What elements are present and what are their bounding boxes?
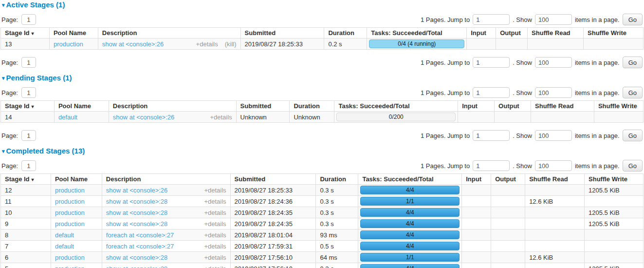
column-header-duration[interactable]: Duration <box>316 174 358 185</box>
pool-name-link[interactable]: production <box>55 220 85 228</box>
details-toggle[interactable]: +details <box>204 209 226 216</box>
pool-name-link[interactable]: production <box>55 187 85 194</box>
column-header-label: Output <box>495 175 516 183</box>
description-link[interactable]: show at <console>:28 <box>106 198 167 205</box>
column-header-shuffle-read[interactable]: Shuffle Read <box>528 28 584 38</box>
items-per-page-input[interactable] <box>535 87 572 98</box>
column-header-shuffle-write[interactable]: Shuffle Write <box>594 101 643 112</box>
column-header-shuffle-read[interactable]: Shuffle Read <box>531 101 594 112</box>
pool-name-link[interactable]: production <box>54 40 83 48</box>
kill-link[interactable]: (kill) <box>225 40 237 48</box>
items-per-page-input[interactable] <box>535 14 572 25</box>
column-header-input[interactable]: Input <box>462 174 491 185</box>
page-number-input[interactable] <box>21 57 36 68</box>
page-number-input[interactable] <box>21 14 36 25</box>
column-header-input[interactable]: Input <box>458 101 495 112</box>
column-header-shuffle-write[interactable]: Shuffle Write <box>585 174 644 185</box>
column-header-tasks-progress[interactable]: Tasks: Succeeded/Total <box>367 28 467 38</box>
items-per-page-input[interactable] <box>535 57 572 68</box>
column-header-description[interactable]: Description <box>109 101 236 112</box>
input-cell <box>462 196 491 207</box>
description-link[interactable]: show at <console>:26 <box>102 40 164 48</box>
column-header-submitted[interactable]: Submitted <box>230 174 316 185</box>
section-header-pending-stages[interactable]: ▾Pending Stages (1) <box>2 74 644 82</box>
go-button[interactable]: Go <box>623 160 643 172</box>
description-content: show at <console>:26+details(kill) <box>102 40 237 48</box>
description-link[interactable]: show at <console>:26 <box>106 187 167 194</box>
description-link[interactable]: foreach at <console>:27 <box>106 243 174 250</box>
description-link[interactable]: show at <console>:28 <box>106 254 167 261</box>
column-header-submitted[interactable]: Submitted <box>240 28 324 38</box>
description-link[interactable]: foreach at <console>:27 <box>106 231 174 239</box>
jump-to-page-input[interactable] <box>473 87 510 98</box>
column-header-output[interactable]: Output <box>491 174 525 185</box>
page-number-input[interactable] <box>21 160 36 171</box>
details-toggle[interactable]: +details <box>204 187 226 194</box>
details-toggle[interactable]: +details <box>204 198 226 205</box>
section-header-completed-stages[interactable]: ▾Completed Stages (13) <box>2 147 644 155</box>
go-button[interactable]: Go <box>623 57 643 68</box>
show-label: . Show <box>513 16 532 23</box>
column-header-tasks-progress[interactable]: Tasks: Succeeded/Total <box>334 101 458 112</box>
tasks-progress-bar: 4/4 <box>360 264 460 268</box>
pagination-controls: 1 Pages. Jump to . Show items in a page.… <box>421 87 643 98</box>
pool-name-link[interactable]: default <box>55 243 74 250</box>
column-header-output[interactable]: Output <box>495 101 531 112</box>
go-button[interactable]: Go <box>623 130 643 141</box>
details-toggle[interactable]: +details <box>204 243 226 250</box>
tasks-progress-bar: 4/4 <box>360 242 460 250</box>
pool-name-link[interactable]: production <box>55 265 85 268</box>
jump-to-page-input[interactable] <box>473 57 510 68</box>
input-cell <box>462 185 491 196</box>
go-button[interactable]: Go <box>623 14 643 25</box>
duration-cell: 0.3 s <box>316 185 358 196</box>
section-header-active-stages[interactable]: ▾Active Stages (1) <box>2 1 644 9</box>
description-link[interactable]: show at <console>:26 <box>113 114 174 121</box>
items-per-page-input[interactable] <box>535 130 572 141</box>
jump-to-page-input[interactable] <box>473 160 510 171</box>
details-toggle[interactable]: +details <box>196 40 218 48</box>
column-header-pool-name[interactable]: Pool Name <box>49 28 98 38</box>
column-header-shuffle-read[interactable]: Shuffle Read <box>525 174 585 185</box>
jump-to-page-input[interactable] <box>473 14 510 25</box>
pool-name-link[interactable]: production <box>55 209 85 216</box>
column-header-stage-id[interactable]: Stage Id▾ <box>1 101 55 112</box>
section-title: Pending Stages (1) <box>6 74 72 82</box>
details-toggle[interactable]: +details <box>204 254 226 261</box>
go-button[interactable]: Go <box>623 87 643 98</box>
tasks-progress-label: 4/4 <box>361 231 459 239</box>
column-header-shuffle-write[interactable]: Shuffle Write <box>584 28 644 38</box>
jump-to-page-input[interactable] <box>473 130 510 141</box>
items-per-page-input[interactable] <box>535 160 572 171</box>
column-header-description[interactable]: Description <box>98 28 240 38</box>
column-header-pool-name[interactable]: Pool Name <box>51 174 102 185</box>
duration-cell: 93 ms <box>316 230 358 241</box>
column-header-description[interactable]: Description <box>102 174 230 185</box>
details-toggle[interactable]: +details <box>210 114 232 121</box>
page-number-input[interactable] <box>21 87 36 98</box>
description-link[interactable]: show at <console>:28 <box>106 265 167 268</box>
column-header-output[interactable]: Output <box>496 28 528 38</box>
description-link[interactable]: show at <console>:28 <box>106 209 167 216</box>
column-header-duration[interactable]: Duration <box>290 101 334 112</box>
column-header-stage-id[interactable]: Stage Id▾ <box>1 28 50 38</box>
column-header-pool-name[interactable]: Pool Name <box>54 101 109 112</box>
description-link[interactable]: show at <console>:28 <box>106 220 167 228</box>
column-header-label: Input <box>462 102 478 110</box>
tasks-progress-cell: 4/4 <box>358 241 462 252</box>
pool-name-link[interactable]: default <box>58 114 77 121</box>
details-toggle[interactable]: +details <box>204 231 226 239</box>
pool-name-link[interactable]: production <box>55 254 85 261</box>
column-header-label: Output <box>500 29 521 37</box>
column-header-duration[interactable]: Duration <box>324 28 367 38</box>
pool-name-link[interactable]: production <box>55 198 85 205</box>
column-header-stage-id[interactable]: Stage Id▾ <box>1 174 51 185</box>
column-header-submitted[interactable]: Submitted <box>236 101 290 112</box>
submitted-cell: 2019/08/27 18:25:33 <box>240 38 324 50</box>
details-toggle[interactable]: +details <box>204 265 226 268</box>
details-toggle[interactable]: +details <box>204 220 226 228</box>
pool-name-link[interactable]: default <box>55 231 74 239</box>
column-header-tasks-progress[interactable]: Tasks: Succeeded/Total <box>358 174 462 185</box>
page-number-input[interactable] <box>21 130 36 141</box>
column-header-input[interactable]: Input <box>467 28 496 38</box>
